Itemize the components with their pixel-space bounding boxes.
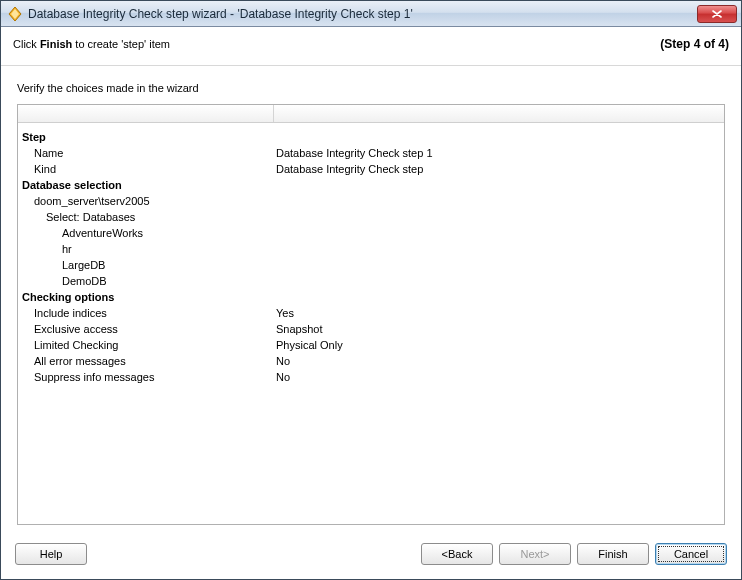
subheader: Click Finish to create 'step' item (Step…	[1, 27, 741, 66]
instruction-text: Click Finish to create 'step' item	[13, 38, 660, 50]
instruction-prefix: Click	[13, 38, 40, 50]
content-area: Verify the choices made in the wizard St…	[1, 66, 741, 533]
row-option: All error messages No	[22, 353, 720, 369]
opt-3-value: No	[276, 353, 720, 369]
cancel-button[interactable]: Cancel	[655, 543, 727, 565]
section-dbselection-label: Database selection	[22, 177, 276, 193]
opt-3-label: All error messages	[22, 353, 276, 369]
section-dbselection: Database selection	[22, 177, 720, 193]
titlebar: Database Integrity Check step wizard - '…	[1, 1, 741, 27]
section-step: Step	[22, 129, 720, 145]
opt-1-value: Snapshot	[276, 321, 720, 337]
row-name: Name Database Integrity Check step 1	[22, 145, 720, 161]
step-indicator: (Step 4 of 4)	[660, 37, 729, 51]
section-options: Checking options	[22, 289, 720, 305]
row-db: AdventureWorks	[22, 225, 720, 241]
summary-body: Step Name Database Integrity Check step …	[18, 123, 724, 389]
window-title: Database Integrity Check step wizard - '…	[28, 7, 697, 21]
opt-0-label: Include indices	[22, 305, 276, 321]
verify-label: Verify the choices made in the wizard	[17, 82, 725, 94]
help-button[interactable]: Help	[15, 543, 87, 565]
row-select-dbs: Select: Databases	[22, 209, 720, 225]
name-label: Name	[22, 145, 276, 161]
db-0: AdventureWorks	[22, 225, 276, 241]
close-button[interactable]	[697, 5, 737, 23]
opt-4-label: Suppress info messages	[22, 369, 276, 385]
server-value: doom_server\tserv2005	[22, 193, 276, 209]
summary-col-head-left	[18, 105, 274, 122]
row-server: doom_server\tserv2005	[22, 193, 720, 209]
kind-label: Kind	[22, 161, 276, 177]
db-1: hr	[22, 241, 276, 257]
footer: Help <Back Next> Finish Cancel	[1, 533, 741, 579]
finish-button[interactable]: Finish	[577, 543, 649, 565]
section-step-label: Step	[22, 129, 276, 145]
instruction-bold: Finish	[40, 38, 72, 50]
row-option: Limited Checking Physical Only	[22, 337, 720, 353]
back-button[interactable]: <Back	[421, 543, 493, 565]
row-option: Suppress info messages No	[22, 369, 720, 385]
row-kind: Kind Database Integrity Check step	[22, 161, 720, 177]
summary-column-header	[18, 105, 724, 123]
row-option: Include indices Yes	[22, 305, 720, 321]
summary-col-head-right	[274, 105, 724, 122]
opt-4-value: No	[276, 369, 720, 385]
row-option: Exclusive access Snapshot	[22, 321, 720, 337]
wizard-window: Database Integrity Check step wizard - '…	[0, 0, 742, 580]
kind-value: Database Integrity Check step	[276, 161, 720, 177]
next-button: Next>	[499, 543, 571, 565]
instruction-suffix: to create 'step' item	[72, 38, 170, 50]
row-db: LargeDB	[22, 257, 720, 273]
opt-1-label: Exclusive access	[22, 321, 276, 337]
section-options-label: Checking options	[22, 289, 276, 305]
app-icon	[7, 6, 23, 22]
summary-panel: Step Name Database Integrity Check step …	[17, 104, 725, 525]
db-3: DemoDB	[22, 273, 276, 289]
row-db: hr	[22, 241, 720, 257]
opt-0-value: Yes	[276, 305, 720, 321]
name-value: Database Integrity Check step 1	[276, 145, 720, 161]
db-2: LargeDB	[22, 257, 276, 273]
opt-2-value: Physical Only	[276, 337, 720, 353]
row-db: DemoDB	[22, 273, 720, 289]
select-dbs-label: Select: Databases	[22, 209, 276, 225]
opt-2-label: Limited Checking	[22, 337, 276, 353]
